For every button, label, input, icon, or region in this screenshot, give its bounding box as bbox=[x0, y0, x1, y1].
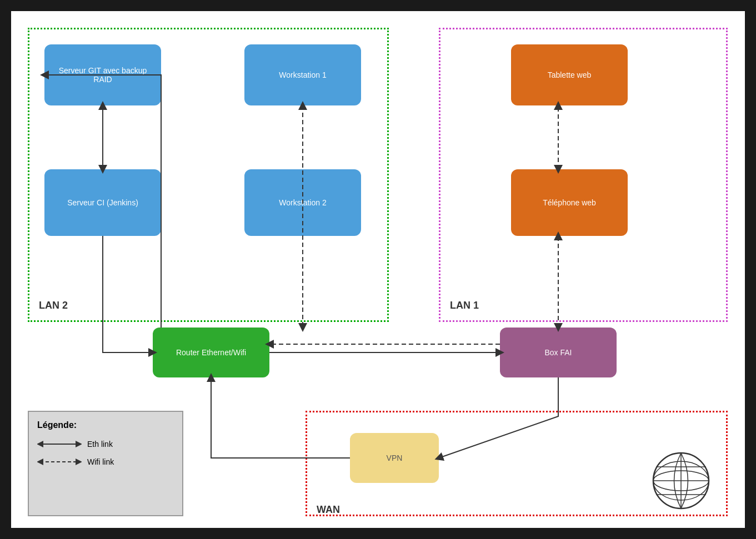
legend-box: Légende: Eth link bbox=[28, 411, 183, 516]
legend-wifi-item: Wifi link bbox=[37, 456, 174, 467]
router-node: Router Ethernet/Wifi bbox=[153, 328, 269, 377]
telephone-node: Téléphone web bbox=[511, 169, 628, 236]
serveur-git-node: Serveur GIT avec backup RAID bbox=[44, 44, 161, 105]
workstation2-node: Workstation 2 bbox=[244, 169, 361, 236]
legend-eth-item: Eth link bbox=[37, 439, 174, 450]
legend-title: Légende: bbox=[37, 420, 174, 430]
legend-eth-label: Eth link bbox=[87, 440, 113, 449]
legend-wifi-label: Wifi link bbox=[87, 457, 114, 466]
globe-icon bbox=[650, 450, 712, 511]
workstation1-node: Workstation 1 bbox=[244, 44, 361, 105]
legend-eth-line bbox=[37, 439, 82, 450]
box-fai-node: Box FAI bbox=[500, 328, 617, 377]
lan2-label: LAN 2 bbox=[39, 300, 68, 311]
lan1-label: LAN 1 bbox=[450, 300, 479, 311]
legend-wifi-line bbox=[37, 456, 82, 467]
serveur-ci-node: Serveur CI (Jenkins) bbox=[44, 169, 161, 236]
tablette-node: Tablette web bbox=[511, 44, 628, 105]
vpn-node: VPN bbox=[350, 433, 439, 483]
wan-label: WAN bbox=[317, 504, 340, 516]
